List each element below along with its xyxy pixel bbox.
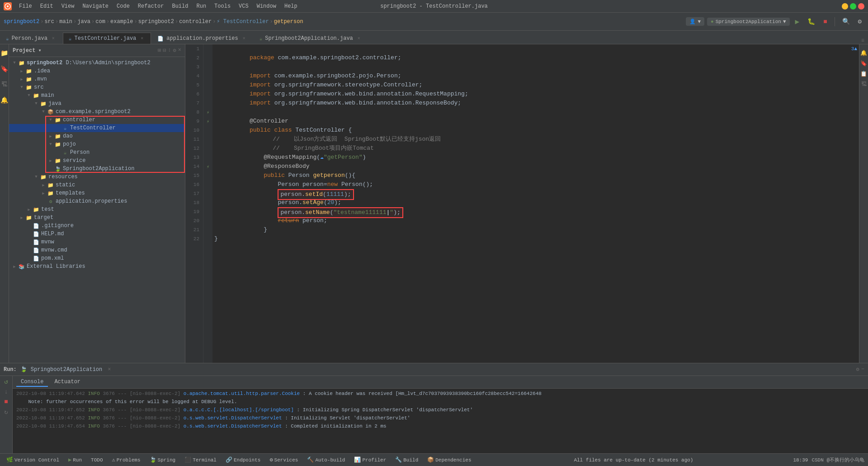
run-stop-btn[interactable]: ■ [4, 398, 8, 405]
debug-button[interactable]: 🐛 [805, 16, 818, 27]
status-build-btn[interactable]: 🔧 Build [392, 456, 421, 464]
gutter-9[interactable]: ⚡ [203, 117, 212, 126]
tree-extlibs[interactable]: ▶ 📚 External Libraries [9, 262, 185, 271]
project-sort-btn[interactable]: ↕ [168, 47, 171, 54]
tree-helpmd[interactable]: ▶ 📄 HELP.md [9, 230, 185, 238]
tree-person[interactable]: ▶ ☕ Person [9, 148, 185, 157]
structure-icon[interactable]: 🏗 [0, 80, 9, 90]
menu-code[interactable]: Code [113, 2, 133, 10]
toolbar-profile-btn[interactable]: 👤▼ [686, 17, 704, 26]
status-todo-btn[interactable]: TODO [88, 456, 105, 464]
code-lines[interactable]: package com.example.springboot2.controll… [212, 44, 859, 363]
run-close-btn[interactable]: × [108, 366, 111, 373]
tab-springboot2app[interactable]: ☕ Springboot2Application.java × [254, 33, 368, 44]
tree-test[interactable]: ▶ 📁 test [9, 205, 185, 214]
menu-run[interactable]: Run [193, 2, 210, 10]
tab-springboot2app-close[interactable]: × [356, 35, 362, 42]
tab-appprops[interactable]: 📄 application.properties × [151, 33, 253, 44]
breadcrumb-springboot2-pkg[interactable]: springboot2 [138, 19, 174, 25]
breadcrumb-com[interactable]: com [95, 19, 105, 25]
status-problems-btn[interactable]: ⚠ Problems [109, 456, 143, 464]
notifications-icon[interactable]: 🔔 [0, 95, 9, 105]
bookmarks-right-icon[interactable]: 🔖 [860, 60, 867, 67]
status-run-btn[interactable]: ▶ Run [66, 456, 85, 464]
breadcrumb-example[interactable]: example [110, 19, 133, 25]
status-vcs-btn[interactable]: 🌿 Version Control [4, 456, 62, 464]
tree-static[interactable]: ▶ 📁 static [9, 181, 185, 189]
breadcrumb-testcontroller[interactable]: ⚡ TestController [217, 18, 269, 25]
tabs-more-btn[interactable]: ≡ [861, 38, 864, 44]
run-settings-btn[interactable]: ⚙ [856, 366, 859, 373]
status-endpoints-btn[interactable]: 🔗 Endpoints [223, 456, 263, 464]
settings-btn[interactable]: ⚙ [855, 16, 864, 27]
project-icon[interactable]: 📁 [0, 48, 9, 58]
tree-pomxml[interactable]: ▶ 📄 pom.xml [9, 254, 185, 262]
vcs-right-icon[interactable]: 📋 [860, 71, 867, 77]
tree-mvnw[interactable]: ▶ 📄 mvnw [9, 238, 185, 246]
breadcrumb-java[interactable]: java [77, 19, 90, 25]
tab-testcontroller-close[interactable]: × [139, 35, 145, 42]
run-scroll-down-btn[interactable]: ↓ [4, 388, 8, 395]
tree-dao[interactable]: ▶ 📁 dao [9, 132, 185, 140]
project-expand-btn[interactable]: ⊞ [158, 47, 161, 54]
tree-src[interactable]: ▼ 📁 src [9, 83, 185, 91]
menu-help[interactable]: Help [281, 2, 301, 10]
menu-vcs[interactable]: VCS [235, 2, 252, 10]
tree-mvn[interactable]: ▶ 📁 .mvn [9, 75, 185, 83]
structure-right-icon[interactable]: 🏗 [861, 81, 867, 88]
tree-package[interactable]: ▼ 📦 com.example.springboot2 [9, 108, 185, 116]
toolbar-run-config[interactable]: ● Springboot2Application ▼ [707, 18, 789, 26]
notifications-right-icon[interactable]: 🔔 [860, 50, 867, 57]
menu-navigate[interactable]: Navigate [79, 2, 112, 10]
menu-view[interactable]: View [58, 2, 78, 10]
project-collapse-btn[interactable]: ⊟ [163, 47, 166, 54]
close-button[interactable]: × [858, 3, 864, 10]
tree-testcontroller[interactable]: ▶ ☕ TestController [9, 124, 185, 132]
breadcrumb-src[interactable]: src [44, 19, 54, 25]
status-terminal-btn[interactable]: ⬛ Terminal [182, 456, 219, 464]
tree-pojo[interactable]: ▼ 📁 pojo [9, 140, 185, 148]
bookmarks-icon[interactable]: 🔖 [0, 64, 9, 74]
menu-build[interactable]: Build [168, 2, 192, 10]
tree-idea[interactable]: ▶ 📁 .idea [9, 67, 185, 75]
run-button[interactable]: ▶ [793, 16, 802, 28]
menu-window[interactable]: Window [253, 2, 280, 10]
menu-refactor[interactable]: Refactor [134, 2, 168, 10]
tab-appprops-close[interactable]: × [241, 35, 247, 42]
tree-gitignore[interactable]: ▶ 📄 .gitignore [9, 222, 185, 230]
minimize-button[interactable]: − [842, 3, 848, 10]
run-minimize-btn[interactable]: − [861, 366, 864, 373]
tree-root[interactable]: ▼ 📁 springboot2 D:\Users\Admin\springboo… [9, 59, 185, 67]
breadcrumb-getperson[interactable]: getperson [274, 19, 303, 25]
tree-springboot2app[interactable]: ▶ 🍃 Springboot2Application [9, 165, 185, 173]
status-services-btn[interactable]: ⚙ Services [267, 456, 301, 464]
breadcrumb-springboot2[interactable]: springboot2 [4, 19, 39, 25]
tree-service[interactable]: ▶ 📁 service [9, 157, 185, 165]
tree-mvnwcmd[interactable]: ▶ 📄 mvnw.cmd [9, 246, 185, 254]
menu-tools[interactable]: Tools [211, 2, 234, 10]
gutter-8[interactable]: ⚡ [203, 108, 212, 117]
tree-java[interactable]: ▼ 📁 java [9, 100, 185, 108]
breadcrumb-controller[interactable]: controller [179, 19, 212, 25]
status-dependencies-btn[interactable]: 📦 Dependencies [425, 456, 474, 464]
tab-person[interactable]: ☕ Person.java × [0, 33, 62, 44]
status-profiler-btn[interactable]: 📊 Profiler [351, 456, 389, 464]
run-refresh-btn[interactable]: ↻ [4, 408, 8, 416]
tree-main[interactable]: ▼ 📁 main [9, 91, 185, 100]
stop-button[interactable]: ■ [821, 17, 830, 27]
menu-edit[interactable]: Edit [37, 2, 57, 10]
tab-person-close[interactable]: × [50, 35, 57, 42]
tree-templates[interactable]: ▶ 📁 templates [9, 189, 185, 197]
menu-file[interactable]: File [15, 2, 36, 10]
tab-actuator[interactable]: Actuator [50, 378, 85, 387]
project-settings-btn[interactable]: ⚙ [173, 47, 176, 54]
tab-testcontroller[interactable]: ☕ TestController.java × [63, 33, 151, 44]
maximize-button[interactable]: □ [850, 3, 856, 10]
tree-controller[interactable]: ▼ 📁 controller [9, 116, 185, 124]
breadcrumb-main[interactable]: main [59, 19, 72, 25]
tree-appprops[interactable]: ▶ ⚙ application.properties [9, 197, 185, 205]
tree-resources[interactable]: ▼ 📁 resources [9, 173, 185, 181]
status-spring-btn[interactable]: 🍃 Spring [147, 456, 179, 464]
tree-target[interactable]: ▶ 📁 target [9, 214, 185, 222]
run-restart-btn[interactable]: ↺ [4, 378, 8, 385]
